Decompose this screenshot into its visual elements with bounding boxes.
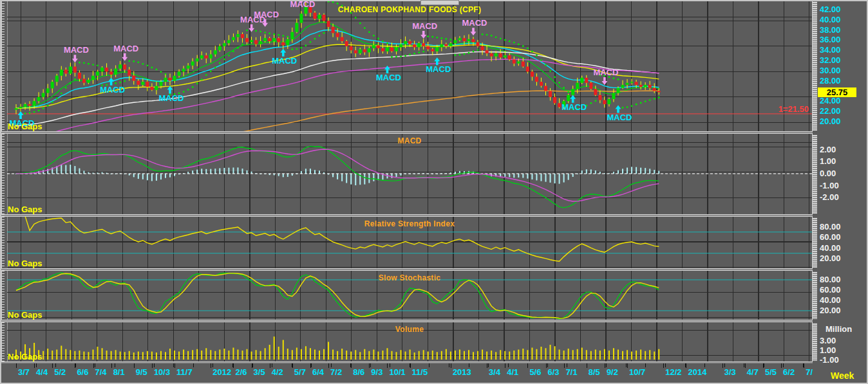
price-axis-label: 22.00 — [820, 106, 841, 116]
price-axis-label: 38.00 — [820, 25, 841, 35]
date-tick — [745, 363, 746, 368]
date-tick-label: 2/6 — [235, 367, 247, 377]
date-tick-label: 9/5 — [136, 367, 147, 377]
date-tick-label: 5/7 — [294, 367, 306, 377]
volume-axis-label: 1.00 — [820, 345, 836, 355]
date-minor-tick — [193, 363, 194, 367]
price-chart-svg: 1=21.50MACDMACDMACDMACDMACDMACDMACDMACDM… — [7, 1, 812, 131]
rsi-right-ruler — [813, 217, 817, 268]
date-tick — [270, 363, 270, 368]
date-minor-tick — [429, 363, 429, 367]
rsi-axis-label: 40.00 — [820, 243, 841, 253]
parabolic-sar-dots — [20, 1, 660, 115]
date-tick-label: 10/1 — [389, 367, 405, 377]
rsi-title: Relative Strength Index — [7, 219, 812, 228]
date-tick — [763, 363, 764, 368]
date-tick-label: 6/6 — [77, 367, 88, 377]
macd-axis-label: -1.00 — [820, 181, 839, 190]
date-tick — [134, 363, 135, 368]
price-panel: 1=21.50MACDMACDMACDMACDMACDMACDMACDMACDM… — [1, 0, 813, 132]
no-gaps-label: No Gaps — [8, 310, 42, 320]
date-tick-label: 5/5 — [765, 367, 777, 377]
date-tick — [152, 363, 153, 368]
stoch-axis-label: 40.00 — [820, 295, 841, 305]
date-tick — [310, 363, 311, 368]
svg-text:MACD: MACD — [607, 113, 632, 122]
date-tick-label: 11/7 — [176, 367, 193, 377]
date-tick-label: 11/5 — [412, 367, 428, 377]
period-label: Week — [831, 370, 854, 381]
date-tick-label: 10/7 — [629, 367, 645, 377]
date-tick — [804, 363, 804, 368]
no-gaps-label: No Gaps — [8, 259, 42, 268]
rsi-axis-label: 60.00 — [820, 232, 841, 242]
date-minor-tick — [252, 363, 253, 367]
volume-axis-label: 3.00 — [820, 336, 836, 345]
stoch-axis-label: 80.00 — [820, 275, 841, 284]
date-tick-label: 9/2 — [607, 367, 618, 377]
date-tick-label: 8/5 — [589, 367, 600, 377]
date-tick-label: 2012 — [212, 367, 231, 377]
rsi-plot-area[interactable]: Relative Strength Index No Gaps — [7, 217, 812, 268]
svg-text:MACD: MACD — [376, 73, 401, 82]
price-axis-label: 24.00 — [820, 96, 841, 105]
date-tick-label: 10/3 — [154, 367, 170, 377]
volume-plot-area[interactable]: Volume No Gaps — [7, 322, 812, 361]
date-axis[interactable]: 3/74/45/26/67/48/19/510/311/720122/63/54… — [1, 363, 813, 383]
price-axis-label: 34.00 — [820, 45, 841, 55]
date-tick — [328, 363, 329, 368]
svg-text:1=21.50: 1=21.50 — [778, 104, 809, 114]
date-tick — [252, 363, 252, 368]
date-tick-label: 3/4 — [489, 367, 500, 377]
macd-chart-svg — [7, 134, 812, 214]
svg-text:MACD: MACD — [593, 68, 618, 77]
date-tick — [487, 363, 487, 368]
stochastic-plot-area[interactable]: Slow Stochastic No Gaps — [7, 271, 812, 320]
top-scrollbar-thumb[interactable] — [420, 0, 459, 5]
date-tick — [93, 363, 94, 368]
date-tick — [781, 363, 782, 368]
svg-text:MACD: MACD — [272, 56, 297, 66]
price-axis-label: 42.00 — [820, 5, 841, 14]
volume-panel: Volume No Gaps — [1, 322, 813, 362]
date-tick-label: 12/2 — [665, 367, 681, 377]
support-line: 1=21.50 — [7, 104, 812, 114]
date-tick — [410, 363, 411, 368]
date-tick — [451, 363, 451, 368]
macd-histogram — [15, 165, 659, 185]
date-tick-label: 4/1 — [507, 367, 518, 377]
date-tick-label: 8/6 — [353, 367, 364, 377]
date-tick-label: 3/7 — [18, 367, 30, 377]
date-tick-label: 8/1 — [113, 367, 125, 377]
svg-text:MACD: MACD — [100, 85, 125, 95]
price-plot-area[interactable]: 1=21.50MACDMACDMACDMACDMACDMACDMACDMACDM… — [7, 1, 812, 131]
no-gaps-label: No Gaps — [8, 122, 42, 131]
candlesticks — [15, 1, 661, 114]
date-tick-label: 3/3 — [724, 367, 736, 377]
rsi-axis-label: 20.00 — [820, 253, 841, 263]
date-tick — [505, 363, 505, 368]
date-tick — [605, 363, 605, 368]
volume-axis-label: -1.00 — [820, 355, 839, 365]
date-tick-label: 2014 — [688, 367, 706, 377]
date-tick — [292, 363, 293, 368]
price-right-ruler — [813, 1, 817, 131]
date-tick-label: 6/2 — [783, 367, 795, 377]
svg-text:MACD: MACD — [561, 102, 587, 112]
value-axis-column: Million 25.75 Week 42.0040.0038.0036.003… — [813, 0, 867, 384]
date-tick-label: 4/7 — [747, 367, 759, 377]
date-tick — [351, 363, 352, 368]
price-axis-label: 30.00 — [820, 66, 841, 75]
volume-unit-label: Million — [826, 324, 852, 334]
macd-axis-label: 2.00 — [820, 145, 836, 154]
date-tick — [175, 363, 175, 368]
date-tick — [34, 363, 35, 368]
no-gaps-label: No Gaps — [8, 352, 42, 361]
no-gaps-label: No Gaps — [8, 205, 42, 214]
date-tick — [233, 363, 234, 368]
macd-plot-area[interactable]: MACD No Gaps — [7, 134, 812, 214]
svg-text:MACD: MACD — [64, 45, 89, 55]
rsi-axis-label: 80.00 — [820, 222, 841, 232]
date-tick-label: 9/3 — [371, 367, 382, 377]
date-tick-label: 2013 — [453, 367, 471, 377]
